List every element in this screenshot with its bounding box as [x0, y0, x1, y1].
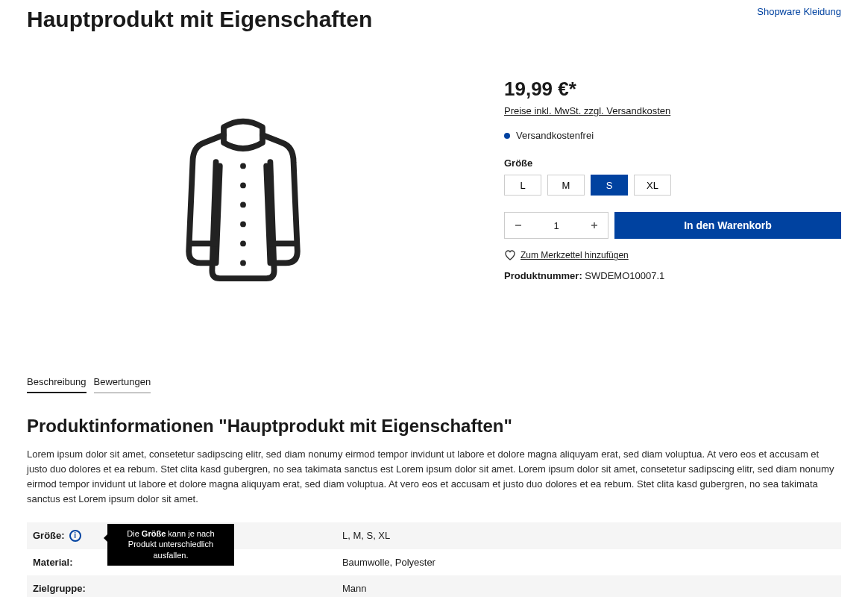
table-row: Größe:iDie Größe kann je nach Produkt un…	[27, 522, 841, 549]
properties-table: Größe:iDie Größe kann je nach Produkt un…	[27, 522, 841, 597]
svg-point-1	[240, 183, 246, 189]
property-value: Baumwolle, Polyester	[336, 549, 841, 575]
table-row: Zielgruppe:Mann	[27, 575, 841, 597]
quantity-increase-button[interactable]	[581, 213, 608, 238]
property-key: Größe:iDie Größe kann je nach Produkt un…	[27, 522, 336, 549]
svg-point-3	[240, 222, 246, 228]
variant-option-s[interactable]: S	[591, 175, 628, 196]
variant-option-l[interactable]: L	[504, 175, 541, 196]
variant-option-xl[interactable]: XL	[634, 175, 671, 196]
variant-options: LMSXL	[504, 175, 841, 196]
heart-icon	[504, 249, 516, 261]
tab-bewertungen[interactable]: Bewertungen	[94, 376, 151, 393]
property-value: L, M, S, XL	[336, 522, 841, 549]
tabs: BeschreibungBewertungen	[27, 376, 841, 393]
shipping-free-text: Versandkostenfrei	[516, 130, 594, 141]
sku-value: SWDEMO10007.1	[585, 270, 664, 281]
availability-dot-icon	[504, 133, 510, 139]
svg-point-0	[240, 163, 246, 169]
property-key: Zielgruppe:	[27, 575, 336, 597]
wishlist-label: Zum Merkzettel hinzufügen	[521, 250, 629, 260]
page-title: Hauptprodukt mit Eigenschaften	[27, 6, 372, 33]
variant-option-m[interactable]: M	[547, 175, 585, 196]
quantity-decrease-button[interactable]	[505, 213, 532, 238]
brand-link[interactable]: Shopware Kleidung	[757, 6, 841, 17]
svg-point-2	[240, 202, 246, 208]
variant-label: Größe	[504, 157, 841, 169]
minus-icon	[514, 221, 523, 230]
price: 19,99 €*	[504, 78, 841, 101]
svg-point-4	[240, 241, 246, 247]
product-image[interactable]	[27, 63, 459, 331]
quantity-value: 1	[532, 220, 581, 231]
tab-beschreibung[interactable]: Beschreibung	[27, 376, 87, 393]
add-to-cart-button[interactable]: In den Warenkorb	[614, 212, 841, 239]
info-icon[interactable]: i	[69, 530, 81, 542]
add-to-wishlist-button[interactable]: Zum Merkzettel hinzufügen	[504, 249, 841, 261]
sku-row: Produktnummer: SWDEMO10007.1	[504, 270, 841, 281]
shirt-icon	[146, 100, 340, 294]
info-title: Produktinformationen "Hauptprodukt mit E…	[27, 416, 841, 437]
quantity-stepper: 1	[504, 212, 608, 239]
tax-info-link[interactable]: Preise inkl. MwSt. zzgl. Versandkosten	[504, 105, 670, 116]
sku-label: Produktnummer:	[504, 270, 582, 281]
plus-icon	[590, 221, 599, 230]
svg-point-5	[240, 260, 246, 266]
property-value: Mann	[336, 575, 841, 597]
product-description: Lorem ipsum dolor sit amet, consetetur s…	[27, 447, 841, 507]
